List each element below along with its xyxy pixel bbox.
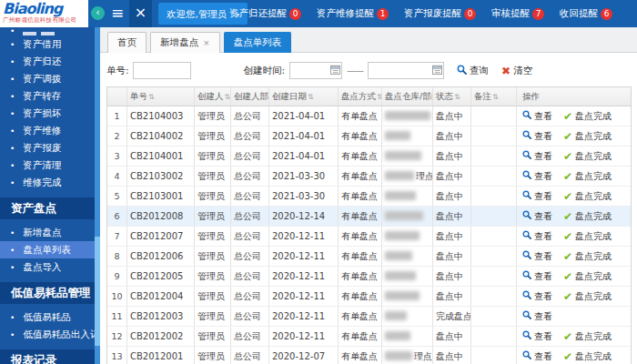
sort-icon: ⇅ <box>225 93 231 101</box>
sidebar-item-资产损坏[interactable]: •资产损坏 <box>0 105 100 122</box>
column-header-warehouse[interactable]: 盘点仓库/部门⇅ <box>382 87 433 106</box>
tab-2[interactable]: 盘点单列表 <box>224 32 292 53</box>
warehouse-cell <box>382 106 433 126</box>
table-row[interactable]: 9CB2012005管理员总公司2020-12-11有单盘点盘点中查看✔盘点完成 <box>107 267 631 287</box>
sort-icon: ⇅ <box>308 93 314 101</box>
column-header-order[interactable]: 单号⇅ <box>127 87 195 106</box>
sidebar-item-资产报废[interactable]: •资产报废 <box>0 139 100 157</box>
view-button[interactable]: 查看 <box>522 287 552 306</box>
sidebar-item-资产归还[interactable]: •资产归还 <box>0 53 100 70</box>
menu-icon[interactable]: ≡ <box>111 4 124 22</box>
reminder-item-0[interactable]: 资产归还提醒0 <box>229 7 301 20</box>
row-number: 13 <box>107 347 127 364</box>
table-row[interactable]: 4CB2103002管理员总公司2021-03-30有单盘点理点盘点中查看✔盘点… <box>107 167 631 187</box>
sidebar-item-盘点导入[interactable]: •盘点导入 <box>0 258 100 276</box>
complete-button[interactable]: ✔盘点完成 <box>563 126 612 146</box>
table-row[interactable]: 7CB2012007管理员总公司2020-12-11有单盘点盘点中查看✔盘点完成 <box>107 227 631 247</box>
table-row[interactable]: 6CB2012008管理员总公司2020-12-14有单盘点盘点中查看✔盘点完成 <box>107 207 631 227</box>
tab-1[interactable]: 新增盘点× <box>150 32 220 53</box>
complete-button[interactable]: ✔盘点完成 <box>563 147 612 166</box>
sidebar-item-维修完成[interactable]: •维修完成 <box>0 174 100 191</box>
view-button[interactable]: 查看 <box>522 247 552 266</box>
redacted-text <box>385 311 407 320</box>
complete-button[interactable]: ✔盘点完成 <box>563 267 612 286</box>
sidebar-item-资产清理[interactable]: •资产清理 <box>0 157 100 174</box>
search-button[interactable]: 查询 <box>457 65 489 77</box>
tab-0[interactable]: 首页 <box>107 32 147 53</box>
company-name: 广州标领信息科技有限公司 <box>3 16 88 25</box>
bullet-icon: • <box>10 263 15 272</box>
sidebar-item[interactable]: • <box>0 27 100 35</box>
complete-button[interactable]: ✔盘点完成 <box>563 187 612 206</box>
view-button[interactable]: 查看 <box>522 147 552 166</box>
complete-button[interactable]: ✔盘点完成 <box>563 106 612 126</box>
complete-button[interactable]: ✔盘点完成 <box>563 167 612 186</box>
view-button[interactable]: 查看 <box>522 207 552 226</box>
sidebar-item-资产维修[interactable]: •资产维修 <box>0 122 100 139</box>
view-button[interactable]: 查看 <box>522 327 552 346</box>
view-label: 查看 <box>534 147 552 166</box>
warehouse-cell <box>382 287 433 306</box>
column-header-status[interactable]: 状态⇅ <box>433 87 471 106</box>
column-header-remark[interactable]: 备注⇅ <box>471 87 517 106</box>
status-cell: 盘点中 <box>433 106 471 126</box>
complete-button[interactable]: ✔盘点完成 <box>563 227 612 246</box>
sidebar-item-盘点单列表[interactable]: •盘点单列表 <box>0 241 100 258</box>
sidebar-item-新增盘点[interactable]: •新增盘点 <box>0 224 100 241</box>
column-header-date[interactable]: 创建日期⇅ <box>269 87 339 106</box>
tab-label: 新增盘点 <box>160 36 198 49</box>
calendar-icon[interactable] <box>330 65 340 76</box>
warehouse-cell <box>382 247 433 266</box>
view-button[interactable]: 查看 <box>522 187 552 206</box>
method-cell: 有单盘点 <box>339 147 382 166</box>
calendar-icon[interactable] <box>432 65 442 76</box>
column-header-dept[interactable]: 创建人部门⇅ <box>231 87 269 106</box>
complete-button[interactable]: ✔盘点完成 <box>563 287 612 306</box>
collapse-sidebar-icon[interactable]: ‹ <box>91 6 105 20</box>
reminder-item-3[interactable]: 审核提醒7 <box>491 7 544 20</box>
status-cell: 盘点中 <box>433 187 471 206</box>
column-header-creator[interactable]: 创建人⇅ <box>195 87 231 106</box>
close-button[interactable]: × <box>129 0 152 27</box>
view-button[interactable]: 查看 <box>522 307 552 326</box>
view-button[interactable]: 查看 <box>522 227 552 246</box>
table-row[interactable]: 2CB2104002管理员总公司2021-04-01有单盘点盘点中查看✔盘点完成 <box>107 126 631 147</box>
order-no-cell: CB2104003 <box>127 106 195 126</box>
complete-label: 盘点完成 <box>575 227 612 246</box>
sidebar-item-资产转存[interactable]: •资产转存 <box>0 87 100 105</box>
table-row[interactable]: 8CB2012006管理员总公司2020-12-11有单盘点盘点中查看✔盘点完成 <box>107 247 631 267</box>
complete-button[interactable]: ✔盘点完成 <box>563 207 612 226</box>
complete-button[interactable]: ✔盘点完成 <box>563 327 612 346</box>
complete-button[interactable]: ✔盘点完成 <box>563 347 612 364</box>
check-icon: ✔ <box>563 231 572 242</box>
sidebar-item-资产调拨[interactable]: •资产调拨 <box>0 70 100 87</box>
table-row[interactable]: 5CB2103001管理员总公司2021-03-30有单盘点盘点中查看✔盘点完成 <box>107 187 631 207</box>
tab-close-icon[interactable]: × <box>203 38 210 47</box>
view-button[interactable]: 查看 <box>522 347 552 364</box>
table-row[interactable]: 11CB2012003管理员总公司2020-12-11有单盘点完成盘点查看 <box>107 307 631 327</box>
sidebar-item-低值易耗品出入记录[interactable]: •低值易耗品出入记录 <box>0 326 100 343</box>
sidebar-item-label: 资产转存 <box>23 90 61 103</box>
complete-button[interactable]: ✔盘点完成 <box>563 247 612 266</box>
table-row[interactable]: 10CB2012004管理员总公司2020-12-11有单盘点盘点中查看✔盘点完… <box>107 287 631 307</box>
table-row[interactable]: 13CB2012001管理员总公司2020-12-07有单盘点理点盘点中查看✔盘… <box>107 347 631 364</box>
table-row[interactable]: 3CB2104001管理员总公司2021-04-01有单盘点盘点中查看✔盘点完成 <box>107 147 631 167</box>
reminder-item-4[interactable]: 收回提醒6 <box>560 7 612 20</box>
table-row[interactable]: 1CB2104003管理员总公司2021-04-01有单盘点盘点中查看✔盘点完成 <box>107 106 631 126</box>
view-button[interactable]: 查看 <box>522 126 552 146</box>
table-row[interactable]: 12CB2012002管理员总公司2020-12-11有单盘点盘点中查看✔盘点完… <box>107 327 631 347</box>
reminder-item-2[interactable]: 资产报废提醒0 <box>404 7 476 20</box>
sidebar-item-低值易耗品[interactable]: •低值易耗品 <box>0 308 100 326</box>
order-no-input[interactable] <box>133 62 191 79</box>
view-button[interactable]: 查看 <box>522 167 552 186</box>
clear-button[interactable]: ✖清空 <box>501 65 532 77</box>
view-button[interactable]: 查看 <box>522 106 552 126</box>
reminder-item-1[interactable]: 资产维修提醒1 <box>317 7 389 20</box>
creator-cell: 管理员 <box>195 227 231 246</box>
column-header-method[interactable]: 盘点方式⇅ <box>339 87 382 106</box>
logo-text: Biaoling <box>3 1 88 16</box>
remark-cell <box>471 187 517 206</box>
view-button[interactable]: 查看 <box>522 267 552 286</box>
bullet-icon: • <box>10 75 15 84</box>
sidebar-item-资产借用[interactable]: •资产借用 <box>0 35 100 53</box>
